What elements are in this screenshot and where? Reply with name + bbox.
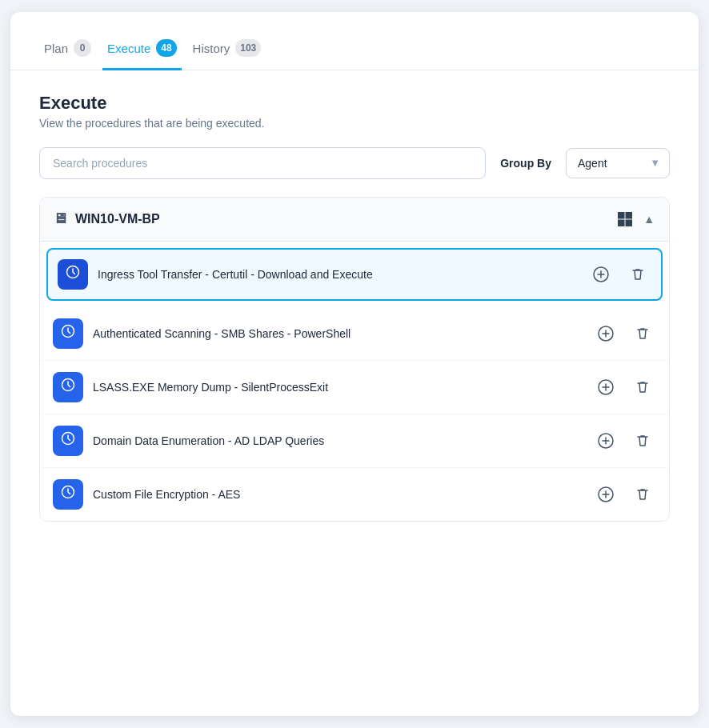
agent-group-name-label: WIN10-VM-BP [75, 212, 160, 226]
clock-icon [61, 485, 75, 503]
svg-rect-3 [626, 219, 633, 226]
clock-icon [61, 378, 75, 396]
procedure-item[interactable]: Authenticated Scanning - SMB Shares - Po… [42, 307, 667, 361]
tab-execute-badge: 48 [156, 39, 176, 57]
add-button[interactable] [592, 320, 619, 347]
delete-button[interactable] [624, 261, 651, 288]
group-by-select-wrap: Agent Category Status ▼ [566, 148, 670, 178]
tab-history[interactable]: History 103 [188, 31, 266, 70]
group-by-select[interactable]: Agent Category Status [566, 148, 670, 178]
search-wrap [39, 147, 486, 179]
main-card: Plan 0 Execute 48 History 103 Execute Vi… [10, 12, 699, 716]
collapse-button[interactable]: ▲ [642, 211, 656, 227]
procedure-label: LSASS.EXE Memory Dump - SilentProcessExi… [93, 381, 583, 394]
procedure-item[interactable]: Custom File Encryption - AES [42, 468, 667, 521]
body-content: Execute View the procedures that are bei… [10, 70, 699, 544]
tab-history-label: History [193, 42, 230, 55]
delete-button[interactable] [629, 481, 656, 508]
add-button[interactable] [592, 374, 619, 401]
procedure-icon-wrap [53, 372, 83, 402]
svg-rect-0 [618, 212, 625, 219]
add-button[interactable] [587, 261, 615, 288]
clock-icon [61, 431, 75, 450]
procedure-label: Domain Data Enumeration - AD LDAP Querie… [93, 434, 583, 447]
svg-rect-1 [626, 212, 633, 219]
svg-rect-2 [618, 219, 625, 226]
delete-button[interactable] [629, 427, 656, 454]
agent-group: 🖥 WIN10-VM-BP ▲ [39, 197, 670, 522]
procedures-list: Ingress Tool Transfer - Certutil - Downl… [40, 242, 669, 521]
procedure-icon-wrap [53, 479, 83, 510]
procedure-label: Ingress Tool Transfer - Certutil - Downl… [98, 268, 578, 281]
add-button[interactable] [592, 427, 619, 454]
agent-group-header: 🖥 WIN10-VM-BP ▲ [40, 198, 669, 242]
procedure-item[interactable]: Ingress Tool Transfer - Certutil - Downl… [46, 248, 663, 301]
search-input[interactable] [39, 147, 486, 179]
monitor-icon: 🖥 [53, 210, 67, 227]
agent-group-name: 🖥 WIN10-VM-BP [53, 210, 160, 227]
procedure-label: Custom File Encryption - AES [93, 488, 583, 501]
procedure-item[interactable]: LSASS.EXE Memory Dump - SilentProcessExi… [42, 361, 667, 414]
procedure-icon-wrap [53, 426, 83, 456]
tab-execute-label: Execute [107, 42, 150, 55]
add-button[interactable] [592, 481, 619, 508]
clock-icon [66, 265, 80, 283]
tab-plan-badge: 0 [74, 39, 91, 57]
tab-plan[interactable]: Plan 0 [39, 31, 96, 70]
section-title: Execute [39, 93, 670, 114]
section-subtitle: View the procedures that are being execu… [39, 117, 670, 130]
delete-button[interactable] [629, 374, 656, 401]
procedure-icon-wrap [53, 318, 83, 349]
tab-execute[interactable]: Execute 48 [102, 31, 182, 70]
windows-icon [615, 209, 635, 230]
group-by-label: Group By [500, 157, 551, 170]
procedure-item[interactable]: Domain Data Enumeration - AD LDAP Querie… [42, 414, 667, 468]
procedure-icon-wrap [58, 259, 88, 290]
agent-group-actions: ▲ [615, 209, 656, 230]
tabs-bar: Plan 0 Execute 48 History 103 [10, 12, 699, 70]
delete-button[interactable] [629, 320, 656, 347]
procedure-label: Authenticated Scanning - SMB Shares - Po… [93, 327, 583, 340]
clock-icon [61, 324, 75, 342]
tab-plan-label: Plan [44, 42, 68, 55]
tab-history-badge: 103 [235, 39, 261, 57]
controls-row: Group By Agent Category Status ▼ [39, 147, 670, 179]
